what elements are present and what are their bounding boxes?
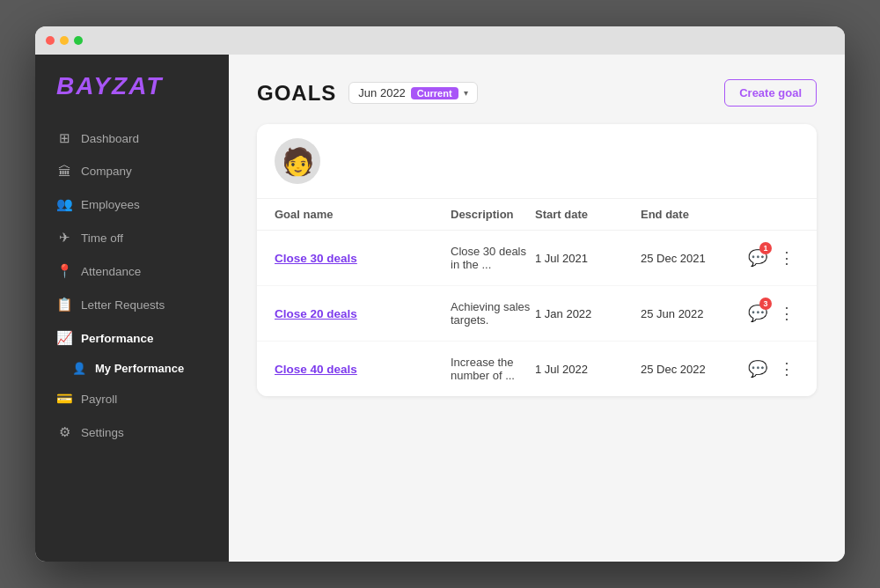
goal-actions: 💬 3 ⋮ <box>746 301 799 326</box>
sidebar-item-label: Performance <box>81 332 154 345</box>
sidebar-item-payroll[interactable]: 💳 Payroll <box>35 382 229 415</box>
comment-count-badge: 1 <box>759 242 772 254</box>
performance-icon: 📈 <box>56 330 72 346</box>
col-start-date: Start date <box>535 208 641 221</box>
col-end-date: End date <box>641 208 746 221</box>
dashboard-icon: ⊞ <box>56 130 72 146</box>
avatar: 🧑 <box>275 138 320 184</box>
goal-start-date: 1 Jul 2021 <box>535 252 641 265</box>
sidebar-sub-item-label: My Performance <box>95 362 184 375</box>
sidebar-item-label: Settings <box>81 426 124 439</box>
goal-start-date: 1 Jul 2022 <box>535 363 641 376</box>
comment-count-badge: 3 <box>759 298 772 310</box>
main-content: GOALS Jun 2022 Current ▾ Create goal 🧑 <box>229 55 845 562</box>
goal-name-link[interactable]: Close 40 deals <box>275 363 451 376</box>
more-options-button[interactable]: ⋮ <box>775 302 799 325</box>
date-selector[interactable]: Jun 2022 Current ▾ <box>348 82 477 104</box>
goal-description: Achieving sales targets. <box>451 300 535 327</box>
avatar-image: 🧑 <box>282 146 314 177</box>
page-title-area: GOALS Jun 2022 Current ▾ <box>257 81 478 106</box>
app-layout: BAYZAT ⊞ Dashboard 🏛 Company 👥 Employees… <box>35 55 845 562</box>
sidebar-item-label: Letter Requests <box>81 298 165 312</box>
titlebar <box>35 26 845 55</box>
attendance-icon: 📍 <box>56 263 72 279</box>
goals-card: 🧑 Goal name Description Start date End d… <box>257 124 817 396</box>
settings-icon: ⚙ <box>56 424 72 440</box>
goal-name-link[interactable]: Close 20 deals <box>275 307 451 320</box>
goal-end-date: 25 Jun 2022 <box>641 307 746 320</box>
sidebar-item-dashboard[interactable]: ⊞ Dashboard <box>35 121 229 155</box>
goal-description: Close 30 deals in the ... <box>451 245 535 271</box>
sidebar-item-performance[interactable]: 📈 Performance <box>35 321 229 355</box>
create-goal-button[interactable]: Create goal <box>724 79 817 107</box>
user-profile-section: 🧑 <box>257 124 817 199</box>
col-actions <box>746 208 799 221</box>
close-dot[interactable] <box>46 36 55 45</box>
table-header: Goal name Description Start date End dat… <box>257 199 817 231</box>
table-row: Close 20 deals Achieving sales targets. … <box>257 286 817 342</box>
logo: BAYZAT <box>35 72 229 121</box>
app-window: BAYZAT ⊞ Dashboard 🏛 Company 👥 Employees… <box>35 26 845 562</box>
sidebar-item-time-off[interactable]: ✈ Time off <box>35 221 229 254</box>
sidebar-item-letter-requests[interactable]: 📋 Letter Requests <box>35 288 229 321</box>
goal-name-link[interactable]: Close 30 deals <box>275 252 451 265</box>
payroll-icon: 💳 <box>56 391 72 407</box>
col-description: Description <box>451 208 535 221</box>
sidebar-item-employees[interactable]: 👥 Employees <box>35 187 229 221</box>
table-row: Close 40 deals Increase the number of ..… <box>257 342 817 396</box>
sidebar-item-company[interactable]: 🏛 Company <box>35 155 229 187</box>
current-badge: Current <box>411 87 458 99</box>
goal-actions: 💬 1 ⋮ <box>746 246 799 270</box>
my-performance-icon: 👤 <box>72 362 86 375</box>
comment-icon: 💬 <box>748 359 767 379</box>
comment-button[interactable]: 💬 1 <box>746 246 768 270</box>
page-header: GOALS Jun 2022 Current ▾ Create goal <box>257 79 817 107</box>
col-goal-name: Goal name <box>275 208 451 221</box>
sidebar-item-label: Payroll <box>81 393 117 406</box>
chevron-down-icon: ▾ <box>464 88 468 98</box>
goal-description: Increase the number of ... <box>451 356 535 382</box>
goal-end-date: 25 Dec 2021 <box>641 252 746 265</box>
minimize-dot[interactable] <box>60 36 69 45</box>
goal-actions: 💬 ⋮ <box>746 356 799 381</box>
sidebar-item-label: Employees <box>81 198 140 211</box>
sidebar-item-settings[interactable]: ⚙ Settings <box>35 415 229 449</box>
company-icon: 🏛 <box>56 164 72 179</box>
more-options-button[interactable]: ⋮ <box>775 357 799 380</box>
letter-requests-icon: 📋 <box>56 297 72 312</box>
sidebar-item-attendance[interactable]: 📍 Attendance <box>35 254 229 288</box>
comment-button[interactable]: 💬 3 <box>746 301 768 326</box>
more-options-button[interactable]: ⋮ <box>775 246 799 269</box>
goal-end-date: 25 Dec 2022 <box>641 363 746 376</box>
maximize-dot[interactable] <box>74 36 83 45</box>
sidebar-item-label: Dashboard <box>81 132 139 145</box>
date-label: Jun 2022 <box>358 86 406 99</box>
sidebar-item-label: Company <box>81 165 132 178</box>
sidebar: BAYZAT ⊞ Dashboard 🏛 Company 👥 Employees… <box>35 55 229 562</box>
goal-start-date: 1 Jan 2022 <box>535 307 641 320</box>
time-off-icon: ✈ <box>56 230 72 246</box>
page-title: GOALS <box>257 81 336 106</box>
sidebar-item-my-performance[interactable]: 👤 My Performance <box>35 355 229 382</box>
comment-button[interactable]: 💬 <box>746 356 768 381</box>
employees-icon: 👥 <box>56 196 72 212</box>
table-row: Close 30 deals Close 30 deals in the ...… <box>257 231 817 286</box>
sidebar-item-label: Time off <box>81 232 123 245</box>
sidebar-item-label: Attendance <box>81 265 141 278</box>
